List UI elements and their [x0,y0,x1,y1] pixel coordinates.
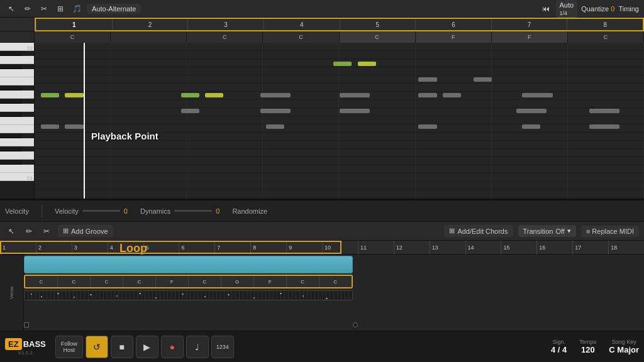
piano-roll-section: C2 C1 [0,18,644,200]
ruler-mark-3: 3 [187,19,264,30]
record-button[interactable]: ● [161,336,184,358]
scissors-tool-btn[interactable]: ✂ [40,225,53,238]
chord-cell-c2: C [187,31,263,43]
loop-mark-5: 5 [143,241,179,255]
loop-mark-13: 13 [430,241,465,255]
transition-control[interactable]: Transition Off ▾ [518,225,576,237]
app-container: ↖ ✏ ✂ ⊞ 🎵 Auto-Alternate ⏮ Auto 1/4 Quan… [0,0,644,362]
velocity-value: 0 [124,207,128,215]
rewind-icon[interactable]: ⏮ [540,3,552,15]
follow-label: Follow [61,341,77,347]
ez-badge: EZ [5,338,22,350]
ruler-mark-1: 1 [36,19,112,30]
grid-content[interactable] [35,43,644,199]
dynamics-value: 0 [216,207,219,215]
cursor-tool-btn[interactable]: ↖ [5,225,18,238]
pencil-tool-btn[interactable]: ✏ [23,225,35,238]
loop-icon: ↺ [93,342,101,352]
note [181,109,199,113]
count-label: 1234 [216,344,229,350]
add-groove-button[interactable]: ⊞ Add Groove [58,225,113,237]
pencil-tool-icon[interactable]: ✏ [21,3,34,15]
loop-mark-15: 15 [501,241,536,255]
add-edit-chords-button[interactable]: ⊞ Add/Edit Chords [444,225,513,237]
song-tracks-area: Verse C C C C F C G F C C [0,255,644,331]
song-key-value: C Major [609,345,639,354]
play-button[interactable]: ▶ [136,336,158,358]
note [260,109,291,113]
extra-tool-icon[interactable]: 🎵 [70,3,83,15]
replace-midi-button[interactable]: ≡ Replace MIDI [581,226,639,237]
quantize-label: Quantize 0 [581,5,614,13]
ruler-mark-7: 7 [491,19,567,30]
chord-cell-c4: C [340,31,416,43]
stop-button[interactable]: ■ [111,336,133,358]
chord-block-c5: C [189,276,221,287]
chord-cell-f1: F [416,31,492,43]
play-icon: ▶ [143,342,150,352]
note [443,93,461,97]
groove-block[interactable] [24,256,353,273]
chord-block-c4: C [123,276,156,287]
note [474,77,492,82]
dynamics-slider[interactable] [174,210,212,212]
note [340,93,370,97]
song-key-label: Song Key [612,339,636,345]
chevron-down-icon: ▾ [567,227,571,235]
note [333,62,352,66]
loop-mark-12: 12 [394,241,430,255]
marquee-tool-icon[interactable]: ⊞ [54,3,67,15]
loop-mark-17: 17 [572,241,608,255]
ruler-mark-2: 2 [112,19,188,30]
loop-mark-8: 8 [250,241,286,255]
chord-block-c2: C [58,276,91,287]
chord-block-f1: F [156,276,189,287]
chord-block-f2: F [254,276,287,287]
cursor-tool-icon[interactable]: ↖ [5,3,18,15]
count-in-button[interactable]: 1234 [211,336,234,358]
transport-controls: Follow Host ↺ ■ ▶ ● ♩ 1234 [55,336,234,358]
loop-mark-16: 16 [536,241,572,255]
song-key-info: Song Key C Major [609,339,639,354]
follow-host-button[interactable]: Follow Host [55,336,83,358]
bottom-section: ↖ ✏ ✂ ⊞ Add Groove ⊞ Add/Edit Chords Tra… [0,222,644,331]
tempo-label: Tempo [579,339,596,345]
ruler-mark-4: 4 [264,19,340,30]
chord-block-c7: C [319,276,352,287]
piano-grid[interactable]: 1 2 3 4 5 6 7 8 C C C C F F C [35,18,644,199]
chord-row: C C C C F F C [35,31,644,43]
track-grid[interactable]: C C C C F C G F C C [24,255,644,331]
transition-value: Off [555,228,564,235]
velocity-slider[interactable] [82,210,120,212]
loop-mark-14: 14 [465,241,501,255]
chord-cell-f2: F [492,31,568,43]
note [65,93,83,97]
scissors-tool-icon[interactable]: ✂ [38,3,50,15]
note [260,93,291,97]
version-text: V1.0.2 [18,350,33,356]
loop-button[interactable]: ↺ [86,336,108,358]
end-marker [353,322,358,327]
auto-alternate-label[interactable]: Auto-Alternate [87,4,141,14]
bottom-toolbar: ↖ ✏ ✂ ⊞ Add Groove ⊞ Add/Edit Chords Tra… [0,222,644,241]
metronome-button[interactable]: ♩ [186,336,209,358]
midi-strip [24,290,353,300]
loop-mark-11: 11 [358,241,394,255]
chord-block-c6: C [287,276,319,287]
piano-keys: C2 C1 [0,18,35,199]
timing-label: Timing [618,5,639,13]
signature-value: 4 / 4 [551,345,567,354]
loop-mark-1: 1 [0,241,36,255]
note [418,77,436,82]
note [522,124,540,129]
loop-label: Loop [119,242,147,255]
loop-mark-6: 6 [179,241,214,255]
velocity-section-label: Velocity [5,207,29,215]
note [522,93,552,97]
ruler-mark-5: 5 [340,19,416,30]
chord-cell-c1: C [35,31,111,43]
chord-blocks-row: C C C C F C G F C C [24,275,353,288]
note [41,124,59,129]
dynamics-control: Dynamics 0 [140,207,219,215]
timeline-ruler[interactable]: 1 2 3 4 5 6 7 8 [35,18,644,31]
